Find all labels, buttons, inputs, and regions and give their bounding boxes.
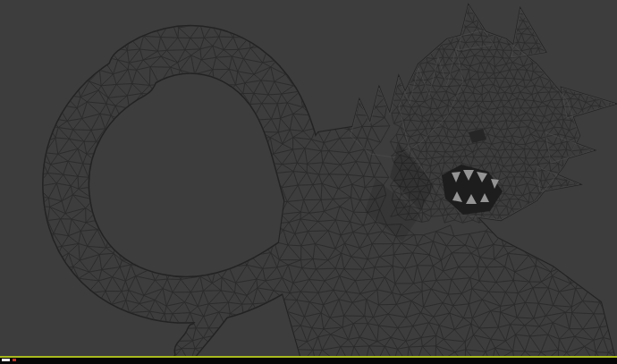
app-window [0,0,617,364]
bottom-bar [0,358,617,364]
viewport-canvas[interactable] [0,0,617,356]
timeline-marker-white [2,359,10,361]
timeline-marker-red [13,359,16,361]
